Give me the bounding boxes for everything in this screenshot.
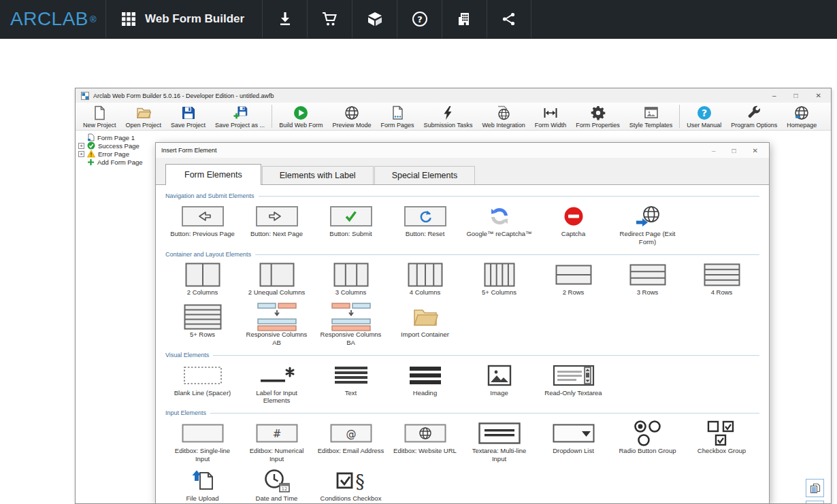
toolbar-button-label: Save Project	[171, 122, 206, 129]
palette-item-button-next-page[interactable]: Button: Next Page	[240, 203, 314, 246]
form-pages-button[interactable]: Form Pages	[376, 103, 419, 129]
palette-item-button-reset[interactable]: Button: Reset	[388, 203, 462, 246]
palette-item-redirect-page-exit-form[interactable]: Redirect Page (Exit Form)	[610, 203, 685, 246]
user-manual-button[interactable]: ?User Manual	[682, 103, 726, 129]
tree-item-error-page[interactable]: +Error Page	[78, 150, 143, 158]
palette-item-textarea-multi-line-input[interactable]: Textarea: Multi-line Input	[462, 420, 536, 463]
tree-item-add-form-page[interactable]: Add Form Page	[78, 158, 143, 166]
columns-2-icon	[185, 263, 220, 287]
palette-item-text[interactable]: Text	[314, 362, 388, 405]
palette-item-conditions-checkbox[interactable]: §Conditions Checkbox	[314, 467, 388, 504]
tree-expander-icon[interactable]: +	[78, 143, 84, 149]
open-project-button[interactable]: Open Project	[121, 103, 167, 129]
section-header: Container and Layout Elements	[165, 250, 759, 258]
palette-item-responsive-columns-ab[interactable]: Responsive Columns AB	[240, 303, 314, 347]
palette-item-heading[interactable]: Heading	[388, 362, 462, 405]
header-action-company[interactable]	[442, 0, 487, 38]
app-icon	[81, 92, 89, 100]
palette-item-read-only-textarea[interactable]: Read-Only Textarea	[536, 362, 610, 405]
palette-item-icon-wrap	[256, 203, 298, 230]
palette-item-button-previous-page[interactable]: Button: Previous Page	[165, 203, 240, 246]
minimize-button[interactable]: –	[772, 92, 776, 99]
form-width-button[interactable]: Form Width	[530, 103, 572, 129]
palette-item-icon-wrap	[408, 261, 443, 288]
readonly-textarea-icon	[553, 365, 595, 386]
tree-item-form-page-1[interactable]: Form Page 1	[78, 133, 143, 141]
tab-special-elements[interactable]: Special Elements	[374, 166, 476, 184]
palette-item-editbox-numerical-input[interactable]: #Editbox: Numerical Input	[240, 420, 314, 463]
form-properties-button[interactable]: Form Properties	[571, 103, 625, 129]
palette-item-editbox-website-url[interactable]: Editbox: Website URL	[388, 420, 462, 463]
palette-item-5-columns[interactable]: 5+ Columns	[462, 261, 536, 299]
responsive-ba-icon	[329, 302, 373, 332]
palette-item-responsive-columns-ba[interactable]: Responsive Columns BA	[314, 303, 388, 347]
program-options-button[interactable]: Program Options	[726, 103, 782, 129]
palette-item-file-upload[interactable]: File Upload	[165, 467, 240, 504]
maximize-button[interactable]: □	[794, 92, 798, 99]
palette-item-dropdown-list[interactable]: Dropdown List	[536, 420, 610, 463]
heading-block-icon	[408, 365, 442, 386]
header-action-package[interactable]	[352, 0, 397, 38]
palette-item-label-for-input-elements[interactable]: Label for Input Elements	[240, 362, 314, 405]
web-integration-button[interactable]: Web Integration	[477, 103, 529, 129]
palette-item-3-columns[interactable]: 3 Columns	[314, 261, 388, 299]
button-reset-icon	[404, 206, 446, 226]
main-toolbar: New ProjectOpen ProjectSave ProjectSave …	[76, 103, 831, 131]
palette-item-checkbox-group[interactable]: Checkbox Group	[685, 420, 759, 463]
palette-item-2-columns[interactable]: 2 Columns	[165, 261, 240, 299]
tree-expander-icon[interactable]: +	[78, 151, 84, 157]
tree-item-success-page[interactable]: +Success Page	[78, 141, 143, 150]
dialog-maximize-button[interactable]: □	[732, 147, 736, 154]
dialog-close-button[interactable]: ✕	[753, 147, 758, 154]
product-title-cell[interactable]: Web Form Builder	[105, 0, 262, 38]
palette-item-3-rows[interactable]: 3 Rows	[610, 261, 685, 299]
tab-elements-with-label[interactable]: Elements with Label	[262, 166, 374, 184]
palette-item-4-columns[interactable]: 4 Columns	[388, 261, 462, 299]
style-templates-button[interactable]: Style Templates	[625, 103, 677, 129]
palette-item-2-unequal-columns[interactable]: 2 Unequal Columns	[240, 261, 314, 299]
palette-item-captcha[interactable]: Captcha	[536, 203, 610, 246]
palette-item-label: 2 Columns	[187, 288, 218, 297]
palette-item-button-submit[interactable]: Button: Submit	[314, 203, 388, 246]
palette-item-radio-button-group[interactable]: Radio Button Group	[610, 420, 685, 463]
palette-item-import-container[interactable]: Import Container	[388, 303, 462, 347]
palette-item-editbox-single-line-input[interactable]: Editbox: Single-line Input	[165, 420, 240, 463]
palette-item-4-rows[interactable]: 4 Rows	[685, 261, 759, 299]
editbox-email-icon: @	[330, 424, 372, 443]
recaptcha-icon	[489, 205, 510, 227]
save-project-as-button[interactable]: Save Project as ...	[210, 103, 269, 129]
header-action-help[interactable]: ?	[397, 0, 442, 38]
new-project-button[interactable]: New Project	[78, 103, 121, 129]
palette-item-image[interactable]: Image	[462, 362, 536, 405]
arclab-logo[interactable]: ARCLAB®	[0, 0, 105, 38]
header-action-cart[interactable]	[307, 0, 352, 38]
palette-item-editbox-email-address[interactable]: @Editbox: Email Address	[314, 420, 388, 463]
tab-form-elements[interactable]: Form Elements	[165, 164, 261, 185]
palette-item-5-rows[interactable]: 5+ Rows	[165, 303, 240, 347]
submission-tasks-button[interactable]: Submission Tasks	[419, 103, 478, 129]
close-button[interactable]: ✕	[816, 92, 821, 99]
image-element-icon	[487, 365, 512, 386]
palette-item-icon-wrap	[487, 362, 512, 389]
toolbar-button-label: Submission Tasks	[424, 122, 473, 129]
preview-mode-button[interactable]: Preview Mode	[327, 103, 376, 129]
homepage-button[interactable]: Homepage	[782, 103, 821, 129]
dialog-minimize-button[interactable]: –	[712, 147, 716, 154]
toolbar-button-label: User Manual	[687, 122, 721, 129]
side-panel-button-2[interactable]	[806, 501, 824, 504]
program-options-icon	[746, 105, 761, 120]
build-web-form-button[interactable]: Build Web Form	[274, 103, 327, 129]
save-project-button[interactable]: Save Project	[166, 103, 210, 129]
toolbar-button-label: Form Pages	[381, 122, 414, 129]
palette-item-blank-line-spacer[interactable]: Blank Line (Spacer)	[165, 362, 240, 405]
palette-item-label: 5+ Rows	[190, 331, 215, 339]
toolbar-button-label: Homepage	[787, 122, 817, 129]
palette-item-2-rows[interactable]: 2 Rows	[536, 261, 610, 299]
checkbox-group-icon	[706, 420, 738, 447]
palette-item-google-recaptcha[interactable]: Google™ reCaptcha™	[462, 203, 536, 246]
header-action-share[interactable]	[487, 0, 531, 38]
palette-item-date-and-time[interactable]: 12Date and Time	[240, 467, 314, 504]
side-panel-button-1[interactable]	[806, 479, 824, 497]
header-action-download[interactable]	[262, 0, 307, 38]
brand-header: ARCLAB® Web Form Builder ?	[0, 0, 837, 39]
